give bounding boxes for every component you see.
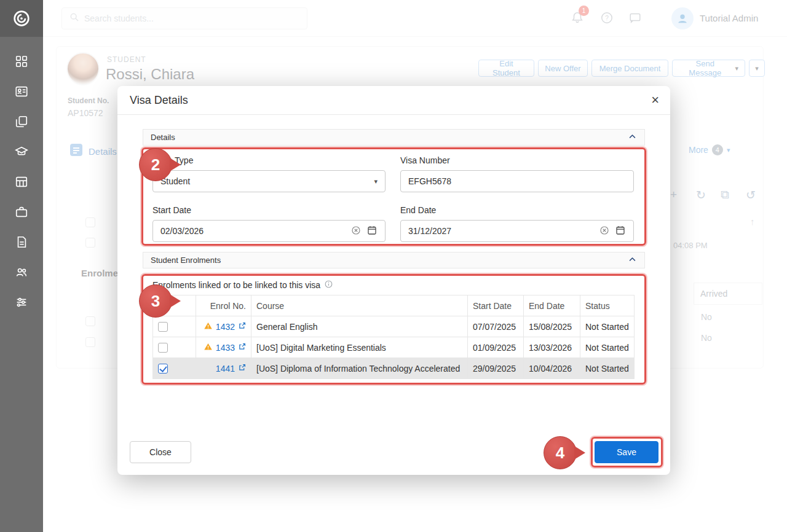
- col-end-date[interactable]: End Date: [524, 295, 580, 316]
- annotation-step-4: 4: [544, 436, 577, 469]
- col-start-date[interactable]: Start Date: [468, 295, 524, 316]
- col-status[interactable]: Status: [580, 295, 635, 316]
- courses-icon[interactable]: [15, 145, 28, 158]
- enrolments-section-header[interactable]: Student Enrolments: [143, 252, 645, 268]
- chevron-up-icon[interactable]: [628, 255, 637, 266]
- enrol-no-link[interactable]: 1433: [216, 343, 235, 353]
- course-cell: [UoS] Diploma of Information Technology …: [251, 358, 468, 379]
- enrol-no-link[interactable]: 1441: [216, 364, 235, 374]
- info-icon[interactable]: [324, 280, 333, 291]
- chevron-up-icon[interactable]: [628, 132, 637, 143]
- details-section-header[interactable]: Details: [143, 129, 645, 146]
- end-date-cell: 13/03/2026: [524, 337, 580, 358]
- start-date-cell: 07/07/2025: [468, 316, 524, 337]
- documents-icon[interactable]: [15, 115, 28, 128]
- start-date-input[interactable]: 02/03/2026: [152, 220, 386, 242]
- visa-details-modal: Visa Details × Details *Visa Type Visa N…: [117, 86, 670, 475]
- close-icon[interactable]: ×: [651, 93, 659, 107]
- col-course[interactable]: Course: [251, 295, 468, 316]
- briefcase-icon[interactable]: [15, 205, 28, 219]
- app-root: 1 ? Tutorial Admin STUDENT Rossi, Chiara…: [0, 0, 787, 532]
- invoice-icon[interactable]: [15, 235, 28, 249]
- status-cell: Not Started: [580, 337, 635, 358]
- end-date-cell: 15/08/2025: [524, 316, 580, 337]
- warning-icon: [204, 321, 213, 332]
- external-link-icon[interactable]: [238, 364, 246, 374]
- table-row[interactable]: 1441 [UoS] Diploma of Information Techno…: [153, 358, 635, 379]
- contacts-icon[interactable]: [15, 85, 28, 98]
- status-cell: Not Started: [580, 358, 635, 379]
- external-link-icon[interactable]: [238, 343, 246, 353]
- annotation-step-2: 2: [139, 148, 172, 181]
- modal-title: Visa Details: [130, 94, 188, 107]
- visa-number-label: Visa Number: [400, 155, 450, 165]
- external-link-icon[interactable]: [238, 322, 246, 332]
- end-date-cell: 10/04/2026: [524, 358, 580, 379]
- close-button[interactable]: Close: [130, 441, 191, 463]
- start-date-cell: 01/09/2025: [468, 337, 524, 358]
- annotation-step-3: 3: [139, 284, 172, 318]
- table-row[interactable]: 1432 General English 07/07/2025 15/08/20…: [153, 316, 635, 337]
- enrol-no-link[interactable]: 1432: [216, 322, 235, 332]
- start-date-label: Start Date: [152, 205, 191, 215]
- sidebar: [0, 0, 43, 532]
- visa-type-select[interactable]: Student ▾: [152, 170, 386, 192]
- calendar-icon[interactable]: [366, 225, 378, 238]
- visa-number-input[interactable]: EFGH5678: [400, 170, 634, 192]
- clear-icon[interactable]: [350, 225, 362, 238]
- save-button[interactable]: Save: [595, 441, 658, 463]
- enrolments-table: Enrol No. Course Start Date End Date Sta…: [152, 295, 635, 379]
- status-cell: Not Started: [580, 316, 635, 337]
- modal-header: Visa Details ×: [117, 86, 670, 115]
- col-enrol-no[interactable]: Enrol No.: [196, 295, 251, 316]
- dashboard-icon[interactable]: [15, 55, 28, 68]
- end-date-label: End Date: [400, 205, 436, 215]
- calendar-icon[interactable]: [615, 225, 626, 238]
- enrolments-caption: Enrolments linked or to be linked to thi…: [152, 280, 333, 291]
- caret-down-icon: ▾: [374, 178, 378, 186]
- table-row[interactable]: 1433 [UoS] Digital Marketing Essentials …: [153, 337, 635, 358]
- course-cell: [UoS] Digital Marketing Essentials: [251, 337, 468, 358]
- tables-icon[interactable]: [15, 175, 28, 189]
- sliders-icon[interactable]: [15, 295, 28, 309]
- row-checkbox[interactable]: [158, 343, 168, 353]
- row-checkbox[interactable]: [158, 364, 168, 374]
- people-icon[interactable]: [15, 265, 28, 279]
- warning-icon: [204, 342, 213, 353]
- table-header-row: Enrol No. Course Start Date End Date Sta…: [153, 295, 635, 316]
- row-checkbox[interactable]: [158, 322, 168, 332]
- end-date-input[interactable]: 31/12/2027: [400, 220, 634, 242]
- clear-icon[interactable]: [599, 225, 610, 238]
- course-cell: General English: [251, 316, 468, 337]
- app-logo[interactable]: [0, 0, 43, 37]
- start-date-cell: 29/09/2025: [468, 358, 524, 379]
